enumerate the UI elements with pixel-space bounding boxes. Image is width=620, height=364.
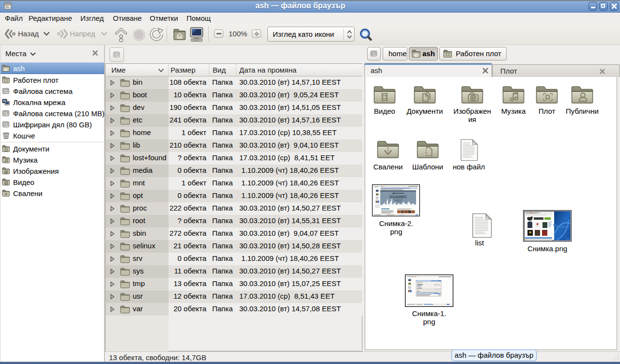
svg-text:GUADEC: GUADEC bbox=[389, 195, 407, 199]
